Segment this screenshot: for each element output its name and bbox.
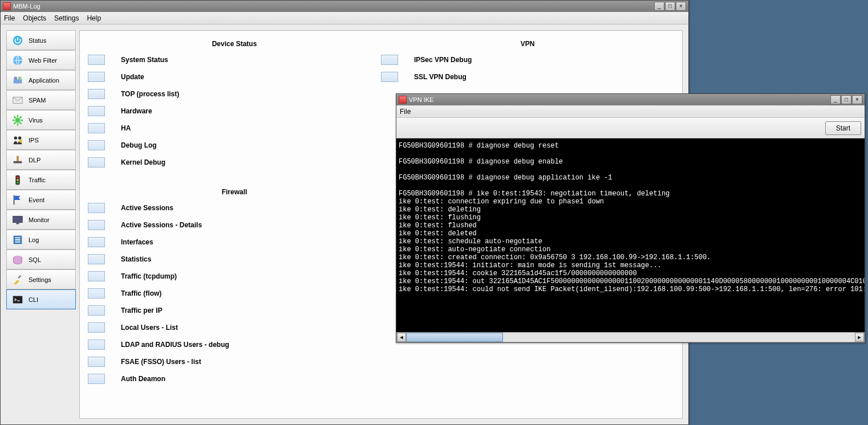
svg-point-15 <box>17 181 19 183</box>
trafficlight-icon <box>10 174 25 186</box>
item-button[interactable] <box>88 123 105 133</box>
sidebar-item-label: Traffic <box>29 177 46 183</box>
menu-help[interactable]: Help <box>87 14 101 22</box>
scroll-track[interactable] <box>406 333 855 342</box>
sidebar-item-sql[interactable]: SQL <box>6 250 76 269</box>
close-button[interactable]: × <box>676 2 686 11</box>
svg-point-7 <box>14 136 17 140</box>
item-button[interactable] <box>88 374 105 384</box>
item-row: Local Users - List <box>88 322 381 333</box>
item-button[interactable] <box>88 271 105 281</box>
main-titlebar[interactable]: MBM-Log _ □ × <box>1 1 688 12</box>
svg-rect-2 <box>14 79 22 83</box>
item-label: Traffic per IP <box>121 307 163 314</box>
ike-menu-file[interactable]: File <box>400 108 411 116</box>
svg-point-3 <box>14 76 17 80</box>
sidebar-item-virus[interactable]: Virus <box>6 110 76 130</box>
section-header: Device Status <box>88 38 381 55</box>
item-button[interactable] <box>88 72 105 82</box>
item-button[interactable] <box>88 357 105 367</box>
section-header: Firewall <box>88 186 381 203</box>
power-icon <box>10 34 25 47</box>
item-button[interactable] <box>88 55 105 65</box>
start-button[interactable]: Start <box>825 121 861 135</box>
item-button[interactable] <box>381 55 398 65</box>
item-button[interactable] <box>88 237 105 247</box>
item-button[interactable] <box>88 220 105 230</box>
app-icon <box>3 2 11 10</box>
item-label: Kernel Debug <box>121 158 165 166</box>
item-label: Auth Deamon <box>121 375 165 383</box>
globe-icon <box>10 54 25 67</box>
sidebar-item-settings[interactable]: Settings <box>6 269 76 289</box>
horizontal-scrollbar[interactable]: ◄ ► <box>396 332 865 342</box>
scroll-left-arrow[interactable]: ◄ <box>397 333 406 342</box>
item-button[interactable] <box>381 72 398 82</box>
item-row: TOP (process list) <box>88 89 381 99</box>
item-row: Statistics <box>88 254 381 264</box>
people-icon <box>10 134 25 146</box>
item-button[interactable] <box>88 322 105 333</box>
scroll-thumb[interactable] <box>406 333 503 342</box>
item-button[interactable] <box>88 203 105 213</box>
item-row: Hardware <box>88 106 381 116</box>
item-button[interactable] <box>88 305 105 316</box>
sidebar-item-label: SPAM <box>29 97 46 104</box>
item-row: Interfaces <box>88 237 381 247</box>
menu-settings[interactable]: Settings <box>54 14 79 22</box>
item-label: Active Sessions <box>121 204 173 212</box>
item-button[interactable] <box>88 106 105 116</box>
sidebar-item-spam[interactable]: SPAM <box>6 90 76 110</box>
item-label: Local Users - List <box>121 324 178 332</box>
item-button[interactable] <box>88 140 105 150</box>
svg-rect-10 <box>14 161 22 163</box>
ike-title: VPN IKE <box>409 96 830 103</box>
item-button[interactable] <box>88 254 105 264</box>
sidebar-item-event[interactable]: Event <box>6 190 76 210</box>
minimize-button[interactable]: _ <box>654 2 664 11</box>
sidebar-item-label: CLI <box>29 296 38 303</box>
item-row: Traffic (flow) <box>88 288 381 299</box>
sidebar-item-label: SQL <box>29 256 41 263</box>
main-title: MBM-Log <box>13 3 654 10</box>
sidebar-item-monitor[interactable]: Monitor <box>6 210 76 230</box>
sidebar-item-cli[interactable]: CLI <box>6 289 76 309</box>
ike-titlebar[interactable]: VPN IKE _ □ × <box>396 94 865 105</box>
item-row: Active Sessions - Details <box>88 220 381 230</box>
ike-minimize-button[interactable]: _ <box>830 95 841 104</box>
item-button[interactable] <box>88 288 105 299</box>
sidebar-item-dlp[interactable]: DLP <box>6 150 76 170</box>
sidebar-item-label: DLP <box>29 157 40 164</box>
maximize-button[interactable]: □ <box>665 2 675 11</box>
item-row: Active Sessions <box>88 203 381 213</box>
sidebar-item-label: Event <box>29 197 44 203</box>
main-menubar: File Objects Settings Help <box>1 12 688 24</box>
flag-icon <box>10 194 25 206</box>
scroll-right-arrow[interactable]: ► <box>855 333 864 342</box>
item-button[interactable] <box>88 157 105 167</box>
item-label: IPSec VPN Debug <box>414 56 472 64</box>
item-row: Debug Log <box>88 140 381 150</box>
mail-icon <box>10 94 25 107</box>
item-row: IPSec VPN Debug <box>381 55 674 65</box>
item-button[interactable] <box>88 340 105 350</box>
app-icon <box>10 74 25 87</box>
sidebar-item-status[interactable]: Status <box>6 30 76 50</box>
svg-rect-20 <box>13 296 23 303</box>
ike-maximize-button[interactable]: □ <box>841 95 851 104</box>
log-icon <box>10 234 25 246</box>
ike-close-button[interactable]: × <box>852 95 862 104</box>
terminal-output[interactable]: FG50BH3G09601198 # diagnose debug reset … <box>396 138 865 332</box>
item-label: LDAP and RADIUS Users - debug <box>121 341 229 349</box>
menu-file[interactable]: File <box>4 14 15 22</box>
item-label: Interfaces <box>121 238 153 246</box>
sidebar-item-web-filter[interactable]: Web Filter <box>6 50 76 70</box>
sidebar-item-application[interactable]: Application <box>6 70 76 90</box>
item-button[interactable] <box>88 89 105 99</box>
sidebar-item-ips[interactable]: IPS <box>6 130 76 150</box>
sidebar-item-log[interactable]: Log <box>6 230 76 250</box>
svg-rect-11 <box>17 156 19 161</box>
sidebar-item-traffic[interactable]: Traffic <box>6 170 76 190</box>
item-row: HA <box>88 123 381 133</box>
menu-objects[interactable]: Objects <box>23 14 46 22</box>
